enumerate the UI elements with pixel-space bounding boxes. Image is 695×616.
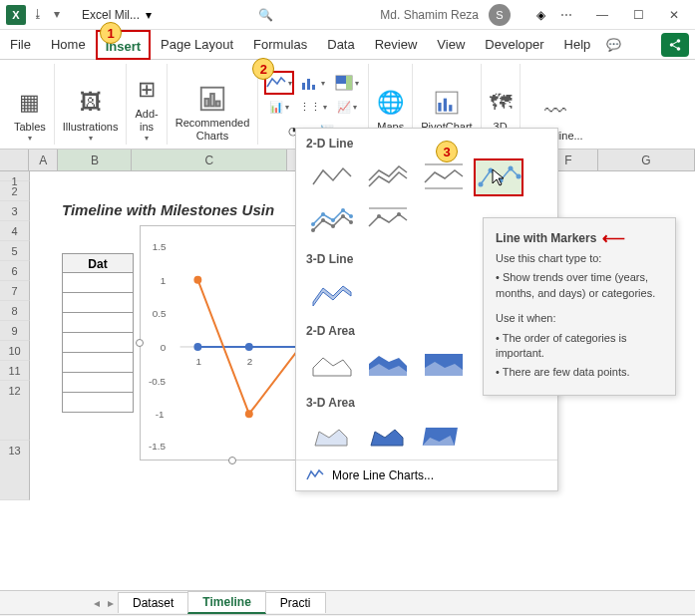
chart-type-3d-area[interactable]	[306, 418, 356, 456]
tab-home[interactable]: Home	[41, 30, 96, 60]
rec-charts-icon	[197, 83, 227, 115]
insert-combo-chart-button[interactable]: 📈▾	[332, 95, 362, 119]
tab-data[interactable]: Data	[317, 30, 364, 60]
row-header-4[interactable]: 4	[0, 221, 30, 241]
minimize-button[interactable]: —	[587, 2, 617, 28]
more-line-charts-label: More Line Charts...	[332, 468, 434, 482]
chart-type-3d-line[interactable]	[306, 274, 356, 312]
file-name[interactable]: Excel Mil...	[82, 8, 140, 22]
group-rec-charts[interactable]: Recommended Charts	[168, 64, 259, 145]
col-header-c[interactable]: C	[132, 150, 287, 170]
row-header-3[interactable]: 3	[0, 201, 30, 221]
chart-type-line-with-markers[interactable]	[474, 158, 523, 196]
row-header-13[interactable]: 13	[0, 441, 30, 500]
qat-dropdown-icon[interactable]: ▾	[54, 7, 70, 23]
resize-handle-left[interactable]	[136, 339, 144, 347]
row-header-5[interactable]: 5	[0, 241, 30, 261]
svg-rect-4	[302, 83, 305, 90]
callout-3: 3	[436, 141, 458, 162]
tab-formulas[interactable]: Formulas	[243, 30, 317, 60]
svg-point-34	[509, 166, 514, 171]
chart-type-3d-100-stacked-area[interactable]	[418, 418, 468, 456]
insert-hierarchy-chart-button[interactable]: ▾	[332, 71, 362, 95]
search-icon[interactable]: 🔍	[258, 8, 273, 22]
table-row[interactable]	[62, 273, 134, 293]
tab-developer[interactable]: Developer	[475, 30, 553, 60]
ribbon-tabs: 1 File Home Insert Page Layout Formulas …	[0, 30, 695, 60]
row-header-8[interactable]: 8	[0, 301, 30, 321]
section-2d-line: 2-D Line	[296, 129, 557, 154]
maps-icon: 🌐	[377, 87, 404, 119]
cell-header-date[interactable]: Dat	[62, 253, 134, 273]
row-header-9[interactable]: 9	[0, 321, 30, 341]
tab-help[interactable]: Help	[554, 30, 601, 60]
maximize-button[interactable]: ☐	[623, 2, 653, 28]
chart-type-area[interactable]	[306, 346, 356, 384]
svg-rect-12	[444, 98, 447, 111]
svg-rect-9	[346, 76, 352, 90]
svg-text:0: 0	[161, 342, 167, 353]
resize-handle-bottom[interactable]	[228, 457, 236, 464]
insert-scatter-chart-button[interactable]: ⋮⋮▾	[298, 95, 328, 119]
row-header-12[interactable]: 12	[0, 381, 30, 441]
chart-type-stacked-line-markers[interactable]	[306, 202, 356, 240]
cell-title[interactable]: Timeline with Milestones Usin	[62, 201, 274, 218]
tab-review[interactable]: Review	[365, 30, 428, 60]
row-header-10[interactable]: 10	[0, 341, 30, 361]
chart-type-100-stacked-line-markers[interactable]	[362, 202, 412, 240]
col-header-a[interactable]: A	[29, 150, 58, 170]
row-header-6[interactable]: 6	[0, 261, 30, 281]
row-header-7[interactable]: 7	[0, 281, 30, 301]
chart-type-line[interactable]	[306, 158, 356, 196]
svg-point-47	[397, 212, 401, 216]
chart-type-100-stacked-line[interactable]	[418, 158, 468, 196]
chart-type-stacked-line[interactable]	[362, 158, 412, 196]
col-header-b[interactable]: B	[58, 150, 132, 170]
select-all-corner[interactable]	[0, 150, 29, 170]
diamond-icon[interactable]: ◈	[536, 8, 545, 22]
chart-type-3d-stacked-area[interactable]	[362, 418, 412, 456]
close-button[interactable]: ✕	[659, 2, 689, 28]
share-button[interactable]	[661, 33, 689, 57]
chart-type-100-stacked-area[interactable]	[418, 346, 468, 384]
svg-rect-13	[449, 105, 452, 112]
svg-point-41	[311, 222, 315, 226]
tab-page-layout[interactable]: Page Layout	[151, 30, 243, 60]
group-tables[interactable]: ▦ Tables ▾	[6, 64, 55, 145]
svg-point-42	[321, 212, 325, 216]
table-row[interactable]	[62, 333, 134, 353]
account-name[interactable]: Md. Shamim Reza	[380, 8, 479, 22]
ribbon-options-icon[interactable]: ⋯	[551, 2, 581, 28]
sheet-nav-next[interactable]: ▸	[104, 596, 118, 610]
sheet-tab-timeline[interactable]: Timeline	[187, 591, 265, 614]
comments-icon[interactable]: 💬	[606, 38, 621, 52]
table-row[interactable]	[62, 293, 134, 313]
col-header-g[interactable]: G	[598, 150, 695, 170]
table-row[interactable]	[62, 393, 134, 413]
insert-statistic-chart-button[interactable]: 📊▾	[264, 95, 294, 119]
illustrations-icon: 🖼	[80, 87, 102, 119]
tooltip-line4: • The order of categories is important.	[496, 331, 663, 362]
chart-type-stacked-area[interactable]	[362, 346, 412, 384]
avatar[interactable]: S	[489, 4, 511, 26]
table-row[interactable]	[62, 353, 134, 373]
autosave-icon[interactable]: ⭳	[32, 7, 48, 23]
tooltip-line1: Use this chart type to:	[496, 251, 663, 266]
row-header-2[interactable]: 2	[0, 181, 30, 201]
sheet-tab-dataset[interactable]: Dataset	[118, 592, 188, 613]
table-row[interactable]	[62, 373, 134, 393]
tab-view[interactable]: View	[427, 30, 475, 60]
insert-column-chart-button[interactable]: ▾	[298, 71, 328, 95]
row-header-1[interactable]: 1	[0, 171, 30, 181]
row-header-11[interactable]: 11	[0, 361, 30, 381]
table-row[interactable]	[62, 313, 134, 333]
group-illustrations[interactable]: 🖼 Illustrations ▾	[55, 64, 128, 145]
tab-file[interactable]: File	[0, 30, 41, 60]
sheet-tab-practice[interactable]: Practi	[265, 592, 326, 613]
group-addins[interactable]: ⊞ Add- ins ▾	[127, 64, 167, 145]
more-line-charts[interactable]: More Line Charts...	[296, 460, 557, 490]
3d-map-icon: 🗺	[490, 87, 512, 119]
sheet-nav-prev[interactable]: ◂	[90, 596, 104, 610]
svg-text:1: 1	[161, 275, 167, 286]
svg-text:1: 1	[195, 356, 201, 367]
